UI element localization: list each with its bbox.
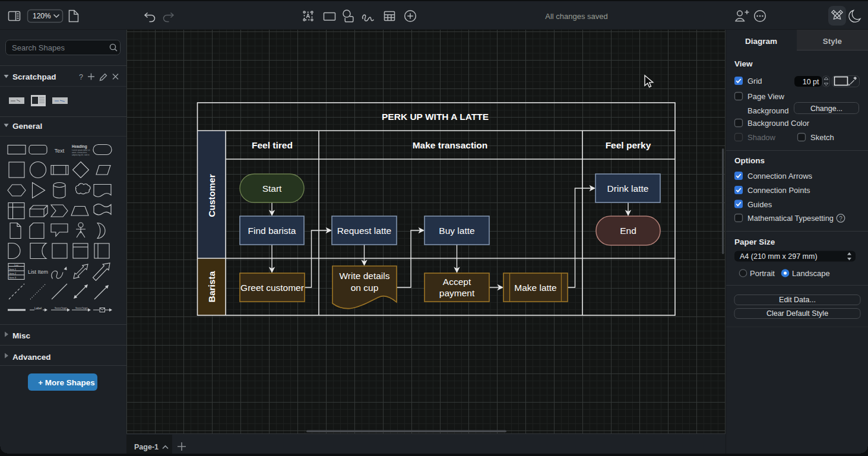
svg-text:on cup: on cup [351, 283, 379, 293]
svg-text:120%: 120% [33, 12, 51, 20]
svg-text:10 pt: 10 pt [803, 78, 819, 86]
svg-text:payment: payment [439, 288, 475, 298]
svg-text:?: ? [839, 216, 842, 222]
svg-text:+ More Shapes: + More Shapes [38, 378, 95, 387]
svg-text:List: List [14, 264, 18, 267]
svg-text:Connection Points: Connection Points [747, 186, 810, 195]
svg-text:Heading: Heading [72, 144, 87, 149]
svg-text:Clear Default Style: Clear Default Style [766, 309, 828, 318]
svg-text:End: End [620, 226, 636, 236]
svg-text:Source: Source [55, 307, 61, 309]
svg-text:Make transaction: Make transaction [413, 140, 488, 150]
svg-text:Request latte: Request latte [337, 226, 391, 236]
svg-text:Label: Label [34, 306, 42, 310]
svg-text:General: General [12, 122, 42, 131]
svg-text:Target: Target [82, 307, 87, 309]
svg-text:Make latte: Make latte [514, 283, 557, 293]
svg-text:Connection Arrows: Connection Arrows [747, 172, 813, 180]
svg-text:Drink latte: Drink latte [607, 183, 649, 194]
svg-text:Advanced: Advanced [12, 353, 51, 362]
svg-text:Landscape: Landscape [792, 269, 830, 278]
svg-text:Background Color: Background Color [747, 119, 810, 128]
svg-text:Item 1: Item 1 [9, 268, 17, 271]
svg-text:adipiscing elit, sed in: adipiscing elit, sed in [72, 154, 90, 156]
svg-text:Background: Background [747, 106, 788, 115]
svg-text:Text: Text [55, 148, 65, 154]
svg-text:Portrait: Portrait [750, 269, 775, 278]
svg-text:Barista: Barista [207, 271, 217, 302]
svg-text:Sketch: Sketch [810, 133, 834, 142]
svg-text:Feel tired: Feel tired [252, 140, 293, 150]
svg-text:Guides: Guides [747, 200, 772, 209]
svg-text:Find barista: Find barista [248, 226, 296, 236]
svg-text:Style: Style [823, 37, 842, 46]
svg-text:Mathematical Typesetting: Mathematical Typesetting [747, 214, 834, 223]
svg-text:Source: Source [75, 307, 82, 309]
svg-text:Customer: Customer [207, 174, 217, 217]
svg-text:Edit Data...: Edit Data... [779, 296, 816, 304]
svg-text:Item 2: Item 2 [9, 272, 17, 275]
svg-text:?: ? [79, 73, 83, 81]
svg-text:Paper Size: Paper Size [734, 238, 775, 246]
svg-text:Shadow: Shadow [747, 133, 776, 142]
svg-text:Change...: Change... [810, 104, 842, 113]
svg-text:Start: Start [262, 183, 282, 194]
svg-text:Accept: Accept [443, 277, 471, 287]
svg-text:A4 (210 mm x 297 mm): A4 (210 mm x 297 mm) [740, 252, 818, 261]
svg-text:Misc: Misc [12, 331, 31, 340]
svg-text:Scratchpad: Scratchpad [12, 72, 56, 81]
svg-text:PERK UP WITH A LATTE: PERK UP WITH A LATTE [382, 112, 489, 122]
svg-text:List Item: List Item [28, 269, 48, 275]
svg-text:Feel perky: Feel perky [606, 140, 651, 150]
svg-text:Search Shapes: Search Shapes [12, 43, 65, 52]
svg-text:Page View: Page View [747, 92, 785, 101]
svg-text:Item 3: Item 3 [9, 276, 17, 279]
svg-text:Write details: Write details [340, 271, 390, 281]
svg-text:Grid: Grid [747, 77, 762, 86]
svg-text:Buy latte: Buy latte [439, 226, 474, 236]
svg-text:View: View [734, 59, 753, 68]
svg-text:All changes saved: All changes saved [545, 12, 608, 21]
svg-text:Diagram: Diagram [745, 37, 777, 46]
svg-text:Greet customer: Greet customer [240, 283, 304, 293]
svg-text:Target: Target [61, 307, 66, 309]
svg-text:Options: Options [734, 156, 765, 165]
svg-text:Page-1: Page-1 [134, 443, 159, 451]
